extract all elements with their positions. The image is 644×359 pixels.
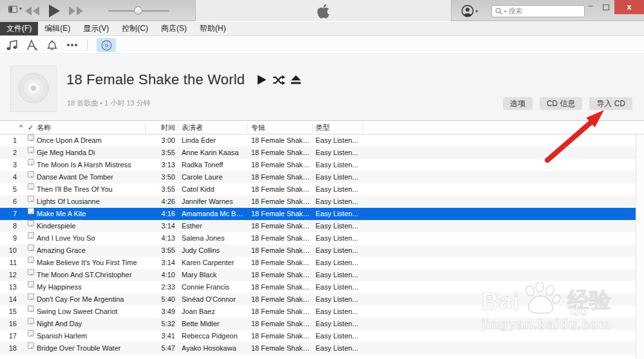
track-checkbox[interactable]: ✓ xyxy=(28,220,34,226)
track-row[interactable]: 7 ✓ Make Me A Kite 4:16 Amamanda Mc Bro.… xyxy=(0,208,636,220)
name-column-header[interactable]: 名称 xyxy=(37,122,51,134)
track-name: The Moon And ST.Christopher xyxy=(37,269,144,281)
genre-column-header[interactable]: 类型 xyxy=(316,122,330,134)
track-row[interactable]: 4 ✓ Danse Avant De Tomber 3:50 Carole La… xyxy=(0,171,636,183)
more-media-icon[interactable] xyxy=(66,43,78,47)
import-cd-button[interactable]: 导入 CD xyxy=(589,97,632,110)
track-checkbox[interactable]: ✓ xyxy=(28,134,34,141)
track-number: 15 xyxy=(0,306,17,318)
play-album-icon[interactable] xyxy=(257,75,267,85)
minimize-button[interactable]: – xyxy=(583,0,598,14)
track-number: 6 xyxy=(0,196,17,208)
track-time: 3:14 xyxy=(145,220,175,232)
track-album: 18 Female Shake th... xyxy=(251,147,311,159)
track-name: Make Me A Kite xyxy=(37,208,144,220)
track-album: 18 Female Shake th... xyxy=(251,196,311,208)
menu-item[interactable]: 控制(C) xyxy=(115,22,155,35)
sort-indicator[interactable]: ^ xyxy=(19,122,23,134)
track-row[interactable]: 11 ✓ Make Believe It's You First Time 3:… xyxy=(0,257,636,269)
track-checkbox[interactable]: ✓ xyxy=(28,342,34,349)
time-column-header[interactable]: 时间 xyxy=(145,122,175,134)
volume-slider[interactable] xyxy=(108,0,173,21)
track-checkbox[interactable]: ✓ xyxy=(28,318,34,324)
vertical-scrollbar[interactable] xyxy=(636,134,644,359)
shuffle-icon[interactable] xyxy=(272,75,285,85)
track-row[interactable]: 6 ✓ Lights Of Lousianne 4:26 Jannifer Wa… xyxy=(0,196,636,208)
track-number: 3 xyxy=(0,159,17,171)
apps-icon[interactable] xyxy=(26,39,38,51)
check-column-header[interactable]: ✓ xyxy=(28,122,33,134)
track-row[interactable]: 5 ✓ Then I'll Be Tires Of You 3:55 Catol… xyxy=(0,183,636,196)
play-button[interactable] xyxy=(48,4,61,18)
track-album: 18 Female Shake th... xyxy=(251,232,311,244)
track-name: The Moon Is A Harsh Mistress xyxy=(37,159,144,171)
tones-bell-icon[interactable] xyxy=(47,39,57,51)
track-row[interactable]: 3 ✓ The Moon Is A Harsh Mistress 3:13 Ra… xyxy=(0,159,636,171)
miniplayer-menu-button[interactable]: ▾ xyxy=(8,6,22,13)
track-time: 3:55 xyxy=(145,244,175,257)
track-genre: Easy Listen... xyxy=(316,159,362,171)
track-row[interactable]: 9 ✓ And I Love You So 4:13 Salena Jones … xyxy=(0,232,636,244)
track-checkbox[interactable]: ✓ xyxy=(28,306,34,312)
track-row[interactable]: 1 ✓ Once Upon A Dream 3:00 Linda Eder 18… xyxy=(0,134,636,147)
track-checkbox[interactable]: ✓ xyxy=(28,183,34,190)
close-button[interactable]: x xyxy=(614,0,644,14)
track-artist: Salena Jones xyxy=(182,232,245,244)
search-input[interactable]: ▾ 搜索 xyxy=(491,5,585,17)
track-name: Then I'll Be Tires Of You xyxy=(37,183,144,196)
menu-item[interactable]: 文件(F) xyxy=(0,22,38,35)
track-checkbox[interactable]: ✓ xyxy=(28,171,34,178)
volume-knob[interactable] xyxy=(134,6,142,15)
options-button[interactable]: 选项 xyxy=(503,97,533,110)
cd-info-button[interactable]: CD 信息 xyxy=(540,97,583,110)
track-album: 18 Female Shake th... xyxy=(251,269,311,281)
track-checkbox[interactable]: ✓ xyxy=(28,269,34,275)
track-album: 18 Female Shake th... xyxy=(251,159,311,171)
rewind-button[interactable] xyxy=(24,6,40,16)
track-row[interactable]: 2 ✓ Gje Meg Handa Di 3:55 Anne Karin Kaa… xyxy=(0,147,636,159)
maximize-button[interactable] xyxy=(598,0,614,14)
track-checkbox[interactable]: ✓ xyxy=(28,257,34,263)
track-row[interactable]: 17 ✓ Spanish Harlem 3:41 Rebecca Pidgeon… xyxy=(0,330,636,342)
track-row[interactable]: 13 ✓ My Happiness 2:33 Connie Francis 18… xyxy=(0,281,636,293)
track-name: Kinderspiele xyxy=(37,220,144,232)
track-row[interactable]: 18 ✓ Bridge Over Trouble Water 5:47 Ayak… xyxy=(0,342,636,354)
eject-icon[interactable] xyxy=(291,75,301,84)
column-divider xyxy=(247,124,247,133)
track-checkbox[interactable]: ✓ xyxy=(28,147,34,153)
track-row[interactable]: 12 ✓ The Moon And ST.Christopher 4:10 Ma… xyxy=(0,269,636,281)
track-row[interactable]: 8 ✓ Kinderspiele 3:14 Esther 18 Female S… xyxy=(0,220,636,232)
track-checkbox[interactable]: ✓ xyxy=(28,330,34,336)
track-time: 4:16 xyxy=(145,208,175,220)
artist-column-header[interactable]: 表演者 xyxy=(182,122,203,134)
track-checkbox[interactable]: ✓ xyxy=(28,244,34,251)
track-album: 18 Female Shake th... xyxy=(251,244,311,257)
lcd-display xyxy=(195,0,451,21)
track-checkbox[interactable]: ✓ xyxy=(28,196,34,202)
music-icon[interactable] xyxy=(6,39,17,51)
media-toolbar xyxy=(0,37,644,54)
track-number: 10 xyxy=(0,244,17,257)
menu-item[interactable]: 商店(S) xyxy=(155,22,193,35)
track-album: 18 Female Shake th... xyxy=(251,208,311,220)
track-checkbox[interactable]: ✓ xyxy=(28,208,34,214)
track-checkbox[interactable]: ✓ xyxy=(28,159,34,165)
menu-item[interactable]: 帮助(H) xyxy=(193,22,232,35)
track-row[interactable]: 14 ✓ Don't Cay For Me Argentina 5:40 Sin… xyxy=(0,293,636,306)
album-column-header[interactable]: 专辑 xyxy=(251,122,265,134)
audio-cd-tab[interactable] xyxy=(97,38,116,52)
track-checkbox[interactable]: ✓ xyxy=(28,232,34,239)
track-row[interactable]: 10 ✓ Amazing Grace 3:55 Judy Collins 18 … xyxy=(0,244,636,257)
track-artist: Jannifer Warnes xyxy=(182,196,245,208)
track-time: 5:32 xyxy=(145,318,175,330)
track-row[interactable]: 16 ✓ Night And Day 5:32 Bette Midler 18 … xyxy=(0,318,636,330)
menu-item[interactable]: 显示(V) xyxy=(77,22,115,35)
menu-item[interactable]: 编辑(E) xyxy=(38,22,77,35)
track-checkbox[interactable]: ✓ xyxy=(28,293,34,300)
account-menu-button[interactable]: ▾ xyxy=(461,5,478,17)
track-checkbox[interactable]: ✓ xyxy=(28,281,34,288)
fast-forward-button[interactable] xyxy=(68,6,84,16)
track-row[interactable]: 15 ✓ Swing Low Sweet Chariot 3:49 Joan B… xyxy=(0,306,636,318)
track-name: Make Believe It's You First Time xyxy=(37,257,144,269)
window-icon xyxy=(8,6,18,13)
